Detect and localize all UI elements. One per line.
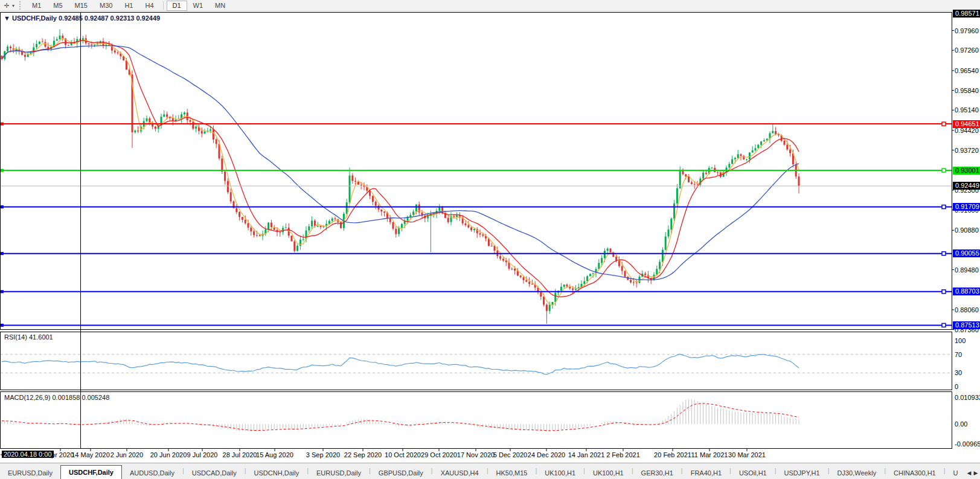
tab-uk100-h1[interactable]: UK100,H1 [585, 467, 632, 479]
date-label: 2 Feb 2021 [606, 451, 640, 458]
tab-usdcad-daily[interactable]: USDCAD,Daily [184, 467, 245, 479]
date-label: 17 Nov 2020 [457, 451, 495, 458]
price-tick-label: 0.95140 [955, 106, 980, 114]
axis-max-label: 0.98571 [953, 10, 980, 18]
price-tick-label: 0.89480 [955, 266, 980, 274]
macd-tick-label: -0.009653 [955, 440, 980, 448]
price-tick-label: 0.97960 [955, 27, 980, 34]
price-tick-label: 0.94420 [955, 127, 980, 134]
tab-hk50-m15[interactable]: HK50,M15 [488, 467, 536, 479]
date-label: 28 Jul 2020 [223, 451, 257, 458]
date-label: 10 Oct 2020 [385, 451, 421, 458]
price-tick-label: 0.95840 [955, 87, 980, 94]
current-price-label: 0.92449 [953, 182, 980, 190]
tab-usdchf-daily[interactable]: USDCHF,Daily [60, 465, 122, 479]
tab-usoil-h1[interactable]: USOil,H1 [731, 467, 775, 479]
rsi-tick-label: 30 [955, 369, 980, 376]
tab-china300-h1[interactable]: CHINA300,H1 [886, 467, 944, 479]
rsi-tick-label: 100 [955, 337, 980, 344]
price-tick-label: 0.90880 [955, 227, 980, 234]
tab-u[interactable]: U [946, 467, 966, 479]
tab-audusd-daily[interactable]: AUDUSD,Daily [122, 467, 182, 479]
date-label: 14 Jan 2021 [568, 451, 605, 458]
macd-tick-label: 0.00 [955, 420, 980, 428]
macd-tick-label: 0.010933 [955, 394, 980, 401]
trading-terminal-window: ✛ ▾ M1M5M15M30H1H4D1W1MN ▼ USDCHF,Daily … [0, 0, 980, 479]
tab-xauusd-h4[interactable]: XAUUSD,H4 [433, 467, 487, 479]
rsi-tick-label: 70 [955, 351, 980, 358]
date-label: 3 Sep 2020 [306, 451, 340, 458]
price-line-label: 0.94651 [953, 120, 980, 128]
rsi-tick-label: 0 [955, 383, 980, 390]
tab-usdjpy-h1[interactable]: USDJPY,H1 [777, 467, 828, 479]
tab-scroll-arrows: ◀▶ [966, 470, 980, 479]
date-label: 20 Feb 2021 [654, 451, 691, 458]
price-chart-plot[interactable] [0, 0, 980, 463]
date-label: 14 May 2020 [71, 451, 110, 458]
chart-tab-bar: EURUSD,DailyUSDCHF,DailyAUDUSD,Daily|USD… [0, 463, 980, 479]
price-tick-label: 0.97260 [955, 47, 980, 54]
tab-ger30-h1[interactable]: GER30,H1 [633, 467, 681, 479]
price-line-label: 0.91709 [953, 203, 980, 211]
date-label: 22 Sep 2020 [344, 451, 382, 458]
date-label: 2 Jun 2020 [110, 451, 143, 458]
date-label: 20 Jun 2020 [150, 451, 187, 458]
tab-scroll-right-icon[interactable]: ▶ [973, 470, 978, 476]
date-label: 5 Dec 2020 [493, 451, 527, 458]
date-label: 29 Oct 2020 [421, 451, 457, 458]
price-tick-label: 0.96540 [955, 67, 980, 74]
tab-dj30-weekly[interactable]: DJ30,Weekly [830, 467, 885, 479]
tab-gbpusd-daily[interactable]: GBPUSD,Daily [371, 467, 431, 479]
date-label: 30 Mar 2021 [728, 451, 766, 458]
price-tick-label: 0.88060 [955, 306, 980, 313]
price-line-label: 0.88703 [953, 288, 980, 295]
tab-scroll-left-icon[interactable]: ◀ [967, 470, 972, 476]
tab-uk100-h1[interactable]: UK100,H1 [537, 467, 583, 479]
price-line-label: 0.90055 [953, 249, 980, 257]
price-tick-label: 0.93720 [955, 147, 980, 154]
price-line-label: 0.93001 [953, 167, 980, 175]
tab-eurusd-daily[interactable]: EURUSD,Daily [309, 467, 369, 479]
date-label: 9 Jul 2020 [187, 451, 218, 458]
tab-eurusd-daily[interactable]: EURUSD,Daily [0, 467, 60, 479]
selected-date-label: 2020.04.18 0:00 [2, 451, 54, 458]
date-label: 15 Aug 2020 [256, 451, 293, 458]
price-line-label: 0.87513 [953, 321, 980, 329]
date-label: 24 Dec 2020 [528, 451, 565, 458]
tab-usdcnh-daily[interactable]: USDCNH,Daily [246, 467, 307, 479]
tab-fra40-h1[interactable]: FRA40,H1 [683, 467, 729, 479]
date-label: 11 Mar 2021 [691, 451, 728, 458]
